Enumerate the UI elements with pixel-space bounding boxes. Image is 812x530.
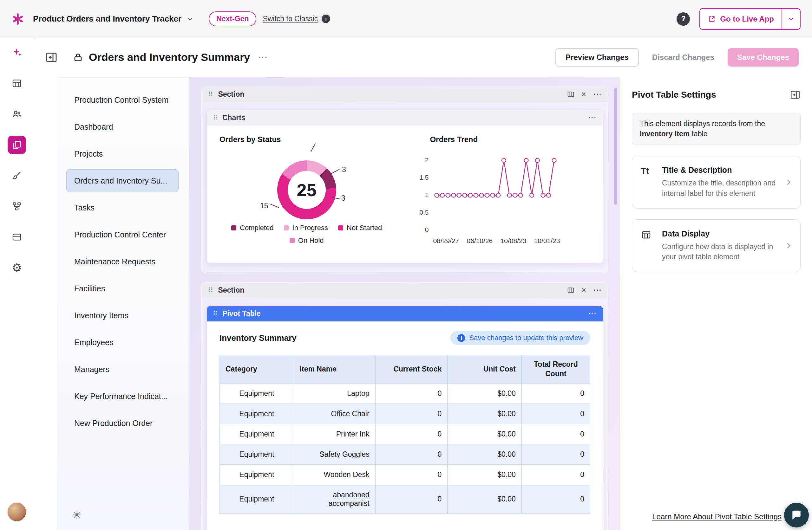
legend-item: Not Started bbox=[338, 224, 382, 232]
nav-item[interactable]: Production Control Center bbox=[66, 223, 178, 246]
table-cell: Equipment bbox=[220, 485, 294, 514]
table-cell: 0 bbox=[375, 465, 448, 485]
slice-callout: 3 bbox=[342, 165, 346, 174]
data-display-card[interactable]: Data Display Configure how data is displ… bbox=[632, 219, 801, 272]
chevron-down-icon[interactable] bbox=[186, 15, 194, 23]
nav-item[interactable]: Projects bbox=[66, 142, 178, 165]
switch-to-classic-link[interactable]: Switch to Classic bbox=[263, 15, 318, 23]
nav-item[interactable]: New Production Order bbox=[66, 412, 178, 435]
element-menu-ellipsis[interactable]: ⋯ bbox=[588, 311, 597, 316]
nav-item[interactable]: Production Control System bbox=[66, 88, 178, 111]
legend-item: In Progress bbox=[284, 224, 328, 232]
table-row: EquipmentWooden Desk0$0.000 bbox=[220, 465, 590, 485]
legend-swatch bbox=[290, 238, 295, 243]
save-changes-button[interactable]: Save Changes bbox=[728, 48, 799, 67]
drag-handle-icon[interactable]: ⠿ bbox=[208, 91, 213, 98]
data-grid-icon[interactable] bbox=[8, 74, 26, 92]
drag-handle-icon[interactable]: ⠿ bbox=[213, 115, 218, 121]
members-icon[interactable] bbox=[8, 105, 26, 123]
pages-icon[interactable] bbox=[8, 136, 26, 154]
panel-collapse-icon[interactable] bbox=[790, 89, 801, 100]
nav-item[interactable]: Maintenance Requests bbox=[66, 250, 178, 273]
billing-card-icon[interactable] bbox=[8, 228, 26, 246]
columns-icon[interactable] bbox=[567, 286, 575, 294]
user-avatar[interactable] bbox=[7, 502, 27, 522]
external-link-icon bbox=[708, 15, 716, 23]
nav-item[interactable]: Tasks bbox=[66, 196, 178, 219]
info-icon[interactable]: i bbox=[322, 15, 330, 23]
columns-icon[interactable] bbox=[567, 90, 575, 98]
preview-notice-label: Save changes to update this preview bbox=[469, 334, 583, 342]
nav-item[interactable]: Facilities bbox=[66, 277, 178, 300]
preview-changes-button[interactable]: Preview Changes bbox=[555, 48, 639, 67]
table-cell: 0 bbox=[521, 403, 590, 424]
collapse-icon[interactable] bbox=[580, 286, 588, 294]
help-button[interactable]: ? bbox=[677, 12, 690, 26]
charts-element[interactable]: ⠿ Charts ⋯ Orders by Status bbox=[207, 110, 603, 263]
theme-sun-icon[interactable]: ☀ bbox=[72, 509, 82, 521]
element-source-info: This element displays records from the I… bbox=[632, 113, 801, 145]
nav-item[interactable]: Dashboard bbox=[66, 115, 178, 138]
discard-changes-button[interactable]: Discard Changes bbox=[650, 53, 716, 62]
table-cell: 0 bbox=[375, 383, 448, 403]
section-menu-ellipsis[interactable]: ⋯ bbox=[593, 288, 602, 293]
table-cell: Safety Goggles bbox=[294, 444, 375, 465]
table-cell: Printer Ink bbox=[294, 424, 375, 444]
section-charts: ⠿ Section ⋯ ⠿ Charts bbox=[201, 87, 608, 273]
column-header: Category bbox=[220, 355, 294, 384]
nav-item[interactable]: Inventory Items bbox=[66, 304, 178, 327]
nav-list: Production Control SystemDashboardProjec… bbox=[57, 77, 189, 500]
pages-nav: Production Control SystemDashboardProjec… bbox=[34, 77, 189, 530]
table-cell: Equipment bbox=[220, 465, 294, 485]
preview-notice: i Save changes to update this preview bbox=[450, 331, 590, 345]
page-header: Orders and Inventory Summary ⋯ Preview C… bbox=[34, 38, 812, 77]
page-canvas: ⠿ Section ⋯ ⠿ Charts bbox=[189, 77, 620, 530]
settings-title: Pivot Table Settings bbox=[632, 90, 716, 100]
legend-item: Completed bbox=[231, 224, 273, 232]
drag-handle-icon[interactable]: ⠿ bbox=[208, 287, 213, 294]
table-cell: Equipment bbox=[220, 424, 294, 444]
theme-brush-icon[interactable] bbox=[8, 166, 26, 185]
column-header: Current Stock bbox=[375, 355, 448, 384]
nav-item[interactable]: Managers bbox=[66, 358, 178, 381]
table-cell: 0 bbox=[375, 424, 448, 444]
live-app-dropdown[interactable] bbox=[782, 9, 800, 29]
legend-item: On Hold bbox=[290, 236, 324, 245]
table-cell: 0 bbox=[521, 444, 590, 465]
nav-item[interactable]: Key Performance Indicat... bbox=[66, 385, 178, 408]
legend-swatch bbox=[231, 225, 236, 231]
chat-button[interactable] bbox=[784, 503, 809, 528]
collapse-icon[interactable] bbox=[580, 90, 588, 98]
settings-gear-icon[interactable]: ⚙ bbox=[8, 259, 26, 277]
chevron-down-icon bbox=[787, 15, 795, 23]
chevron-right-icon bbox=[784, 177, 793, 188]
section-header: ⠿ Section ⋯ bbox=[202, 283, 608, 298]
table-cell: Wooden Desk bbox=[294, 465, 375, 485]
ai-sparkles-icon[interactable] bbox=[8, 43, 26, 62]
table-cell: $0.00 bbox=[448, 444, 522, 465]
line-chart: Orders Trend 00.511.52 08/29/2706/10/261… bbox=[394, 135, 590, 250]
page-menu-ellipsis[interactable]: ⋯ bbox=[258, 55, 268, 60]
element-menu-ellipsis[interactable]: ⋯ bbox=[588, 115, 597, 120]
donut-chart: Orders by Status 25 15 3 3 bbox=[219, 135, 394, 250]
canvas-scrollbar[interactable] bbox=[614, 88, 617, 205]
title-description-card[interactable]: Tt Title & Description Customize the tit… bbox=[632, 156, 801, 208]
element-label: Charts bbox=[222, 114, 246, 122]
drag-handle-icon[interactable]: ⠿ bbox=[213, 311, 218, 316]
section-menu-ellipsis[interactable]: ⋯ bbox=[593, 92, 602, 97]
pivot-table-element[interactable]: ⠿ Pivot Table ⋯ Inventory Summary i Save… bbox=[207, 306, 603, 530]
table-cell: 0 bbox=[375, 485, 448, 514]
automation-flow-icon[interactable] bbox=[8, 197, 26, 216]
x-tick-label: 10/01/23 bbox=[534, 237, 560, 245]
page-title: Orders and Inventory Summary bbox=[89, 51, 250, 63]
go-to-live-app-button[interactable]: Go to Live App bbox=[699, 8, 801, 30]
section-label: Section bbox=[218, 90, 244, 99]
nav-item[interactable]: Employees bbox=[66, 331, 178, 354]
column-header: Total Record Count bbox=[521, 355, 590, 384]
sidebar-toggle-icon[interactable] bbox=[45, 51, 58, 64]
settings-panel: Pivot Table Settings This element displa… bbox=[620, 77, 812, 530]
learn-more-link[interactable]: Learn More About Pivot Table Settings bbox=[652, 512, 782, 521]
nav-item[interactable]: Orders and Inventory Su... bbox=[66, 169, 178, 192]
app-logo-icon bbox=[11, 13, 24, 25]
info-icon: i bbox=[458, 334, 465, 342]
